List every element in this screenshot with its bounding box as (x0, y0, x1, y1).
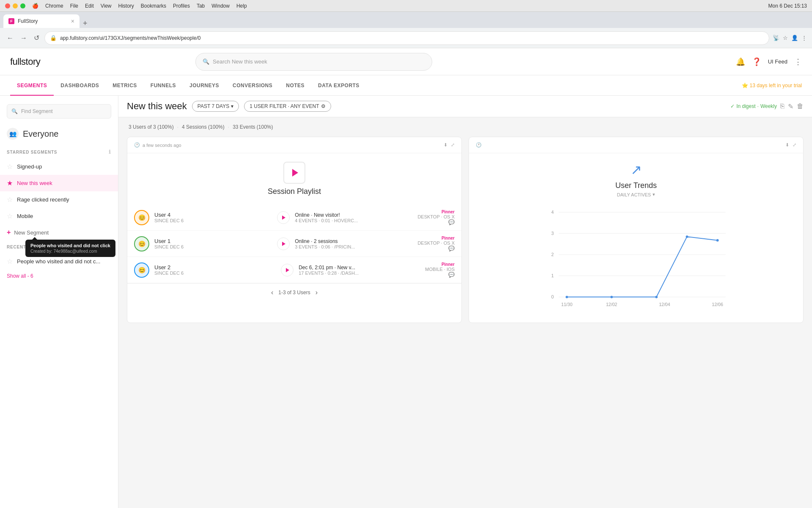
trends-expand-icon[interactable]: ⤢ (793, 142, 796, 148)
sidebar-item-people-visited[interactable]: ☆ People who visited and did not c... Pe… (0, 253, 118, 270)
tab-favicon: F (8, 18, 14, 24)
back-btn[interactable]: ← (5, 33, 15, 44)
sidebar-item-signed-up[interactable]: ☆ Signed-up (0, 158, 118, 175)
next-page-btn[interactable]: › (315, 289, 318, 296)
main-search-bar[interactable]: 🔍 Search New this week (195, 53, 432, 71)
star-people-visited-icon[interactable]: ☆ (7, 257, 13, 265)
url-bar[interactable]: 🔒 app.fullstory.com/ui/173GXJ/segments/n… (44, 31, 769, 45)
star-signed-up-icon[interactable]: ☆ (7, 163, 13, 171)
user-4-session-type: Online · New visitor! (295, 212, 412, 218)
user-1-session-events: 3 EVENTS · 0:06 · /PRICIN... (295, 244, 412, 249)
dot-1: · (177, 124, 178, 130)
user-2-play-btn[interactable] (281, 264, 294, 276)
everyone-icon: 👥 (7, 128, 19, 140)
copy-btn[interactable]: ⎘ (780, 102, 785, 110)
user-2-pinner: Pinner (442, 262, 455, 267)
nav-notes[interactable]: NOTES (279, 75, 311, 96)
nav-segments[interactable]: SEGMENTS (10, 75, 54, 96)
more-options-icon[interactable]: ⋮ (801, 35, 807, 41)
user-4-platform: Pinner DESKTOP · OS X 💬 (417, 210, 455, 225)
nav-conversions[interactable]: CONVERSIONS (226, 75, 279, 96)
user-4-session-info: Online · New visitor! 4 EVENTS · 0:01 · … (295, 212, 412, 223)
play-all-btn[interactable] (283, 162, 305, 184)
find-segment-search[interactable]: 🔍 Find Segment (7, 104, 111, 119)
sidebar-item-mobile[interactable]: ☆ Mobile (0, 208, 118, 224)
user-row-4[interactable]: 😊 User 4 SINCE DEC 6 Online · New visito… (127, 204, 461, 231)
prev-page-btn[interactable]: ‹ (271, 289, 273, 296)
user-4-play-btn[interactable] (277, 211, 290, 224)
signed-up-label: Signed-up (17, 163, 42, 170)
user-row-2[interactable]: 😊 User 2 SINCE DEC 6 Dec 6, 2:01 pm · Ne… (127, 257, 461, 283)
user-1-name: User 1 (154, 238, 272, 244)
delete-btn[interactable]: 🗑 (797, 102, 804, 110)
chrome-menu[interactable]: Chrome (45, 3, 63, 9)
minimize-window-btn[interactable] (13, 3, 18, 8)
starred-info-icon[interactable]: ℹ (109, 149, 111, 155)
nav-funnels[interactable]: FUNNELS (144, 75, 183, 96)
expand-icon[interactable]: ⤢ (451, 142, 455, 148)
svg-text:4: 4 (551, 210, 554, 215)
star-mobile-icon[interactable]: ☆ (7, 212, 13, 220)
window-controls[interactable] (5, 3, 25, 8)
history-menu[interactable]: History (118, 3, 134, 9)
chart-area: 4 3 2 1 0 11/30 12/02 12/04 12/06 (477, 204, 795, 314)
maximize-window-btn[interactable] (20, 3, 25, 8)
play-small-1-icon (282, 242, 285, 246)
user-4-avatar: 😊 (134, 210, 149, 225)
date-filter-label: PAST 7 DAYS (198, 103, 229, 109)
chart-point-4 (686, 235, 688, 238)
search-placeholder-text: Search New this week (213, 58, 267, 65)
bookmarks-menu[interactable]: Bookmarks (141, 3, 166, 9)
user-4-comment-icon[interactable]: 💬 (448, 219, 455, 225)
help-btn[interactable]: ❓ (752, 57, 761, 66)
chrome-tab-fullstory[interactable]: F FullStory × (3, 14, 80, 28)
tab-menu[interactable]: Tab (197, 3, 205, 9)
apple-menu[interactable]: 🍎 (32, 3, 38, 9)
rage-clicked-label: Rage clicked recently (17, 196, 69, 203)
sidebar-item-rage-clicked[interactable]: ☆ Rage clicked recently (0, 191, 118, 208)
edit-btn[interactable]: ✎ (788, 102, 793, 110)
help-menu[interactable]: Help (236, 3, 247, 9)
nav-metrics[interactable]: METRICS (106, 75, 144, 96)
user-row-1[interactable]: 😊 User 1 SINCE DEC 6 Online · 2 sessions… (127, 231, 461, 257)
new-tab-btn[interactable]: + (83, 19, 88, 28)
starred-label: STARRED SEGMENTS (7, 150, 57, 155)
date-filter-btn[interactable]: PAST 7 DAYS ▾ (192, 101, 239, 112)
edit-menu[interactable]: Edit (85, 3, 94, 9)
notifications-btn[interactable]: 🔔 (736, 57, 745, 66)
play-small-icon (282, 215, 285, 220)
window-menu[interactable]: Window (211, 3, 230, 9)
app-logo: fullstory (10, 56, 40, 67)
sidebar-item-new-this-week[interactable]: ★ New this week (0, 175, 118, 191)
tab-close-icon[interactable]: × (71, 18, 74, 25)
nav-journeys[interactable]: JOURNEYS (183, 75, 226, 96)
profile-icon[interactable]: 👤 (791, 35, 798, 41)
bookmark-icon[interactable]: ☆ (783, 35, 788, 41)
refresh-btn[interactable]: ↺ (32, 32, 41, 44)
sessions-stat: 4 Sessions (100%) (182, 124, 225, 130)
new-segment-btn[interactable]: + New Segment (0, 224, 118, 240)
chrome-url-actions: 📡 ☆ 👤 ⋮ (773, 35, 807, 41)
user-1-comment-icon[interactable]: 💬 (448, 246, 455, 251)
download-icon[interactable]: ⬇ (444, 142, 447, 148)
close-window-btn[interactable] (5, 3, 10, 8)
recent-info-icon[interactable]: ℹ (109, 244, 111, 250)
user-1-play-btn[interactable] (277, 237, 290, 250)
user-filter-btn[interactable]: 1 USER FILTER · ANY EVENT ⚙ (244, 101, 331, 112)
user-2-comment-icon[interactable]: 💬 (448, 272, 455, 278)
view-menu[interactable]: View (101, 3, 112, 9)
nav-dashboards[interactable]: DASHBOARDS (54, 75, 106, 96)
star-rage-clicked-icon[interactable]: ☆ (7, 196, 13, 204)
trends-subtitle-btn[interactable]: DAILY ACTIVES ▾ (477, 192, 795, 197)
show-all-link[interactable]: Show all - 6 (0, 270, 118, 282)
nav-data-exports[interactable]: DATA EXPORTS (311, 75, 366, 96)
file-menu[interactable]: File (70, 3, 78, 9)
cast-icon[interactable]: 📡 (773, 35, 779, 41)
sidebar-everyone[interactable]: 👥 Everyone (0, 122, 118, 146)
more-menu-btn[interactable]: ⋮ (794, 57, 802, 66)
profiles-menu[interactable]: Profiles (173, 3, 190, 9)
trends-download-icon[interactable]: ⬇ (785, 142, 789, 148)
forward-btn[interactable]: → (19, 33, 29, 44)
star-new-week-icon[interactable]: ★ (7, 179, 13, 187)
user-4-since: SINCE DEC 6 (154, 218, 272, 223)
